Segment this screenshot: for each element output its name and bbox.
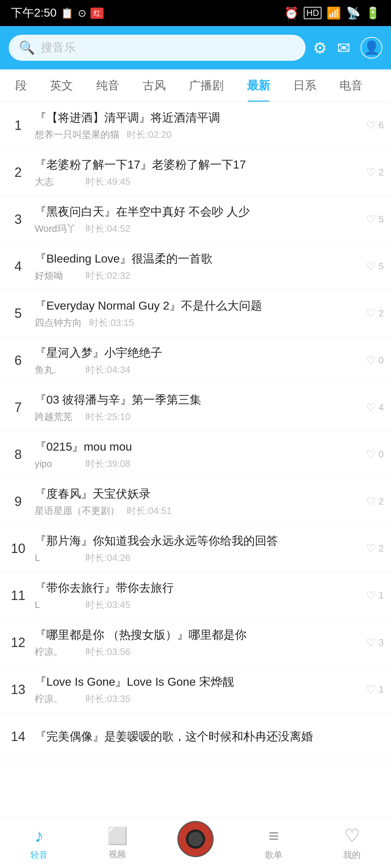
tab-ancient[interactable]: 古风: [131, 69, 177, 102]
list-item[interactable]: 4 『Bleeding Love』很温柔的一首歌 好烦呦 时长:02:32 ♡ …: [0, 243, 391, 290]
song-number: 7: [7, 400, 29, 415]
nav-playlist[interactable]: ≡ 歌单: [235, 818, 313, 868]
song-likes[interactable]: ♡ 2: [366, 307, 384, 320]
song-meta: 柠凉。 时长:03:35: [35, 693, 360, 705]
likes-count: 6: [379, 120, 384, 131]
song-list: 1 『【将进酒】清平调』将近酒清平调 想养一只叫坚果的猫 时长:02:20 ♡ …: [0, 102, 391, 760]
list-item[interactable]: 6 『星河入梦』小宇绝绝子 鱼丸. 时长:04:34 ♡ 0: [0, 337, 391, 384]
song-info: 『星河入梦』小宇绝绝子 鱼丸. 时长:04:34: [29, 345, 366, 376]
status-red-icon: 红: [91, 8, 104, 19]
list-item[interactable]: 3 『黑夜问白天』在半空中真好 不会吵 人少 Word玛丫 时长:04:52 ♡…: [0, 196, 391, 243]
song-number: 8: [7, 447, 29, 462]
song-number: 11: [7, 588, 29, 603]
song-likes[interactable]: ♡ 5: [366, 213, 384, 226]
song-artist: 柠凉。: [35, 693, 78, 705]
song-artist: L: [35, 599, 78, 610]
status-hd-icon: HD: [304, 7, 321, 19]
song-info: 『带你去旅行』带你去旅行 L 时长:03:45: [29, 580, 366, 612]
song-artist: 四点钟方向: [35, 316, 82, 329]
song-likes[interactable]: ♡ 1: [366, 589, 384, 602]
light-music-icon: ♪: [35, 825, 44, 846]
nav-light-music[interactable]: ♪ 轻音: [0, 818, 78, 868]
tab-prev[interactable]: 段: [4, 69, 38, 102]
song-title: 『老婆粉了解一下17』老婆粉了解一下17: [35, 157, 360, 173]
song-duration: 时长:49:45: [85, 175, 130, 188]
song-duration: 时长:39:08: [85, 458, 130, 470]
list-item[interactable]: 13 『Love Is Gone』Love Is Gone 宋烨靓 柠凉。 时长…: [0, 666, 391, 713]
tab-english[interactable]: 英文: [38, 69, 85, 102]
nav-video[interactable]: ⬜ 视频: [78, 818, 156, 868]
likes-count: 0: [379, 449, 384, 460]
heart-icon: ♡: [366, 119, 376, 132]
user-icon[interactable]: 👤: [361, 37, 382, 59]
status-alarm-icon: ⏰: [284, 6, 299, 20]
heart-icon: ♡: [366, 589, 376, 602]
song-artist: 好烦呦: [35, 269, 78, 282]
song-likes[interactable]: ♡ 2: [366, 495, 384, 508]
tab-japanese[interactable]: 日系: [282, 69, 328, 102]
heart-icon: ♡: [366, 495, 376, 508]
song-artist: L: [35, 552, 78, 563]
list-item[interactable]: 11 『带你去旅行』带你去旅行 L 时长:03:45 ♡ 1: [0, 572, 391, 619]
song-likes[interactable]: ♡ 1: [366, 683, 384, 696]
song-duration: 时长:03:35: [85, 693, 130, 705]
status-wifi-icon: 📡: [346, 6, 361, 20]
status-time: 下午2:50: [11, 5, 56, 21]
play-disc: [177, 821, 214, 857]
nav-mine[interactable]: ♡ 我的: [313, 818, 391, 868]
heart-icon: ♡: [366, 636, 376, 649]
list-item[interactable]: 5 『Everyday Normal Guy 2』不是什么大问题 四点钟方向 时…: [0, 290, 391, 337]
song-likes[interactable]: ♡ 3: [366, 636, 384, 649]
tab-drama[interactable]: 广播剧: [177, 69, 235, 102]
song-artist: 大志: [35, 175, 78, 188]
song-duration: 时长:02:20: [127, 128, 172, 141]
tab-latest[interactable]: 最新: [235, 69, 282, 102]
song-title: 『黑夜问白天』在半空中真好 不会吵 人少: [35, 204, 360, 220]
list-item[interactable]: 7 『03 彼得潘与辛』第一季第三集 跨越荒芜 时长:25:10 ♡ 4: [0, 384, 391, 431]
song-number: 3: [7, 212, 29, 227]
song-title: 『带你去旅行』带你去旅行: [35, 580, 360, 596]
likes-count: 4: [379, 402, 384, 413]
song-meta: 四点钟方向 时长:03:15: [35, 316, 360, 329]
status-signal-icon: 📶: [327, 6, 341, 20]
likes-count: 2: [379, 496, 384, 507]
song-duration: 时长:04:26: [85, 552, 130, 564]
heart-icon: ♡: [366, 448, 376, 461]
likes-count: 2: [379, 543, 384, 554]
header-icons: ⚙ ✉ 👤: [313, 37, 382, 59]
list-item[interactable]: 8 『0215』mou mou yipo 时长:39:08 ♡ 0: [0, 431, 391, 478]
tab-pure[interactable]: 纯音: [85, 69, 131, 102]
likes-count: 5: [379, 214, 384, 225]
mail-icon[interactable]: ✉: [337, 39, 350, 57]
likes-count: 0: [379, 355, 384, 366]
nav-play-button[interactable]: [156, 828, 235, 858]
song-duration: 时长:04:34: [85, 363, 130, 376]
song-title: 『Love Is Gone』Love Is Gone 宋烨靓: [35, 674, 360, 690]
likes-count: 1: [379, 684, 384, 695]
search-bar[interactable]: 🔍 搜音乐: [9, 35, 306, 61]
status-battery-icon: 🔋: [366, 6, 380, 20]
settings-icon[interactable]: ⚙: [313, 39, 327, 57]
list-item[interactable]: 9 『度春风』天宝伏妖录 星语星愿（不更剧） 时长:04:51 ♡ 2: [0, 478, 391, 525]
list-item[interactable]: 12 『哪里都是你 （热搜女版）』哪里都是你 柠凉。 时长:03:56 ♡ 3: [0, 619, 391, 666]
song-duration: 时长:04:52: [85, 222, 130, 235]
song-likes[interactable]: ♡ 2: [366, 166, 384, 179]
list-item[interactable]: 1 『【将进酒】清平调』将近酒清平调 想养一只叫坚果的猫 时长:02:20 ♡ …: [0, 102, 391, 149]
likes-count: 5: [379, 261, 384, 272]
song-number: 13: [7, 682, 29, 697]
song-likes[interactable]: ♡ 2: [366, 542, 384, 555]
list-item[interactable]: 2 『老婆粉了解一下17』老婆粉了解一下17 大志 时长:49:45 ♡ 2: [0, 149, 391, 196]
song-likes[interactable]: ♡ 0: [366, 354, 384, 367]
song-likes[interactable]: ♡ 0: [366, 448, 384, 461]
list-item[interactable]: 10 『那片海』你知道我会永远永远等你给我的回答 L 时长:04:26 ♡ 2: [0, 525, 391, 572]
song-likes[interactable]: ♡ 6: [366, 119, 384, 132]
song-likes[interactable]: ♡ 5: [366, 260, 384, 273]
search-placeholder: 搜音乐: [41, 40, 76, 56]
list-item[interactable]: 14 『完美偶像』是姜嗳嗳的歌，这个时候和朴冉还没离婚: [0, 713, 391, 760]
song-duration: 时长:02:32: [85, 269, 130, 282]
song-likes[interactable]: ♡ 4: [366, 401, 384, 414]
song-meta: 柠凉。 时长:03:56: [35, 646, 360, 658]
song-info: 『度春风』天宝伏妖录 星语星愿（不更剧） 时长:04:51: [29, 486, 366, 518]
video-label: 视频: [109, 848, 126, 860]
tab-electric[interactable]: 电音: [328, 69, 374, 102]
